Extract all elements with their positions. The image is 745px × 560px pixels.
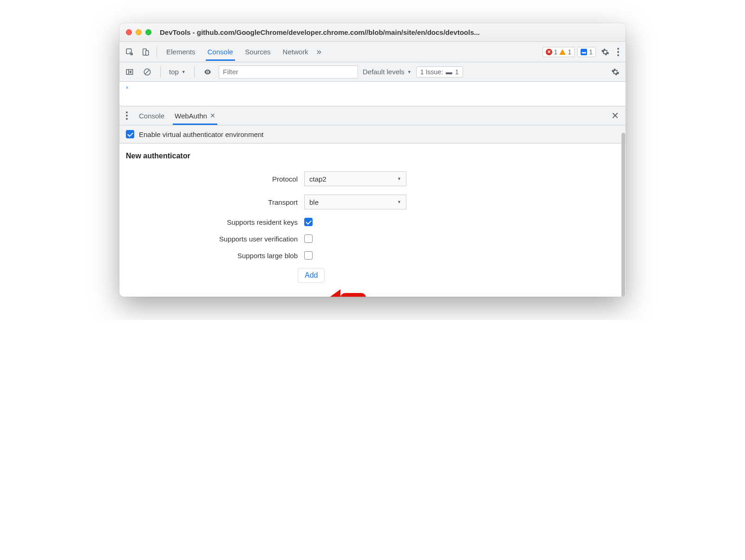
add-row: Add [126,268,619,283]
console-settings-icon[interactable] [609,65,622,78]
new-authenticator-panel: New authenticator Protocol ctap2 Transpo… [119,143,626,297]
drawer-tab-webauthn[interactable]: WebAuthn ✕ [173,107,217,124]
window-titlebar: DevTools - github.com/GoogleChrome/devel… [119,23,626,42]
svg-rect-5 [340,293,366,297]
console-divider [160,66,161,78]
scrollbar-thumb[interactable] [621,133,625,297]
annotation-arrow-icon [327,284,368,297]
filter-input[interactable] [219,65,358,78]
messages-count: 1 [589,48,593,56]
enable-virtual-authenticator-label: Enable virtual authenticator environment [139,130,264,138]
console-prompt[interactable]: › [119,82,626,93]
tab-sources[interactable]: Sources [243,43,273,60]
log-levels-selector[interactable]: Default levels [363,68,412,76]
window-controls [126,29,151,35]
transport-label: Transport [126,198,298,206]
main-tabs: Elements Console Sources Network [164,43,310,60]
user-verification-row: Supports user verification [126,234,619,243]
issue-icon: ▬ [446,68,452,76]
device-toolbar-icon[interactable] [139,46,152,59]
drawer-tab-console[interactable]: Console [137,107,166,124]
resident-keys-checkbox[interactable] [304,218,313,226]
warning-icon [559,49,566,55]
settings-icon[interactable] [599,46,612,59]
protocol-select[interactable]: ctap2 [304,171,406,186]
tab-elements[interactable]: Elements [164,43,197,60]
add-button[interactable]: Add [298,268,325,283]
user-verification-label: Supports user verification [126,235,298,243]
sidebar-toggle-icon[interactable] [123,65,136,78]
transport-select[interactable]: ble [304,195,406,209]
svg-rect-2 [146,51,149,55]
toolbar-divider [157,46,157,58]
inspect-icon[interactable] [123,46,136,59]
messages-badge[interactable]: ▬ 1 [577,47,596,57]
more-tabs-icon[interactable]: » [313,47,325,57]
context-selector[interactable]: top [167,68,188,76]
close-drawer-icon[interactable]: ✕ [608,110,622,121]
protocol-row: Protocol ctap2 [126,171,619,186]
enable-virtual-authenticator-checkbox[interactable] [126,130,134,138]
panel-title: New authenticator [126,152,619,160]
large-blob-checkbox[interactable] [304,251,313,260]
resident-keys-row: Supports resident keys [126,218,619,226]
clear-console-icon[interactable] [141,65,154,78]
resident-keys-label: Supports resident keys [126,218,298,226]
issues-pill[interactable]: 1 Issue: ▬ 1 [416,66,463,78]
console-toolbar: top Default levels 1 Issue: ▬ 1 [119,62,626,82]
large-blob-row: Supports large blob [126,251,619,260]
errors-badge[interactable]: ✕ 1 1 [542,47,575,57]
drawer-tabs: Console WebAuthn ✕ ✕ [119,106,626,125]
user-verification-checkbox[interactable] [304,234,313,243]
main-toolbar: Elements Console Sources Network » ✕ 1 1… [119,42,626,62]
more-options-icon[interactable] [614,48,622,56]
enable-virtual-authenticator-row: Enable virtual authenticator environment [119,125,626,143]
transport-row: Transport ble [126,195,619,209]
console-divider-2 [194,66,195,78]
protocol-label: Protocol [126,175,298,183]
warnings-count: 1 [568,48,571,56]
drawer-menu-icon[interactable] [123,111,131,120]
live-expression-icon[interactable] [201,65,214,78]
tab-console[interactable]: Console [206,43,235,60]
status-badges: ✕ 1 1 ▬ 1 [542,47,596,57]
message-icon: ▬ [581,49,587,55]
minimize-window-button[interactable] [136,29,142,35]
zoom-window-button[interactable] [145,29,151,35]
error-icon: ✕ [546,49,552,55]
devtools-window: DevTools - github.com/GoogleChrome/devel… [119,23,626,297]
large-blob-label: Supports large blob [126,252,298,260]
tab-network[interactable]: Network [281,43,310,60]
window-title: DevTools - github.com/GoogleChrome/devel… [160,28,480,36]
close-window-button[interactable] [126,29,132,35]
errors-count: 1 [554,48,558,56]
close-tab-icon[interactable]: ✕ [210,112,216,119]
